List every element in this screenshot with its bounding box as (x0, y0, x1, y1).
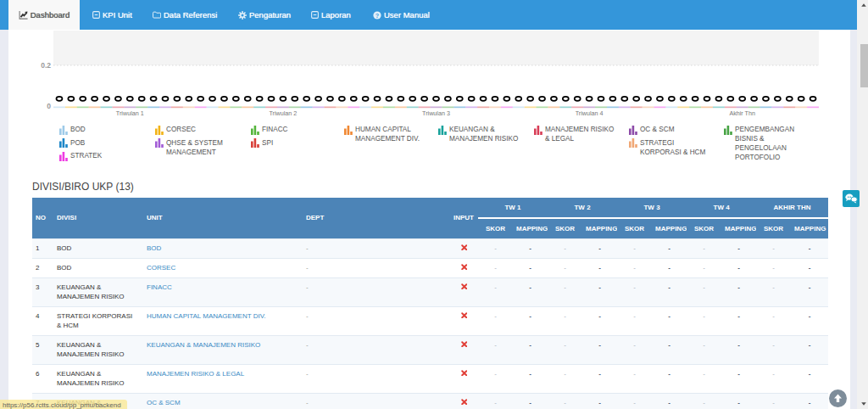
svg-text:Triwulan 1: Triwulan 1 (116, 109, 144, 117)
svg-text:Triwulan 3: Triwulan 3 (422, 109, 450, 117)
svg-text:?: ? (376, 11, 379, 19)
svg-text:0.2: 0.2 (41, 61, 51, 70)
svg-text:Triwulan 4: Triwulan 4 (576, 109, 604, 117)
svg-text:Akhir Thn: Akhir Thn (729, 109, 755, 117)
svg-text:0: 0 (47, 102, 51, 110)
svg-text:Triwulan 2: Triwulan 2 (269, 109, 297, 117)
